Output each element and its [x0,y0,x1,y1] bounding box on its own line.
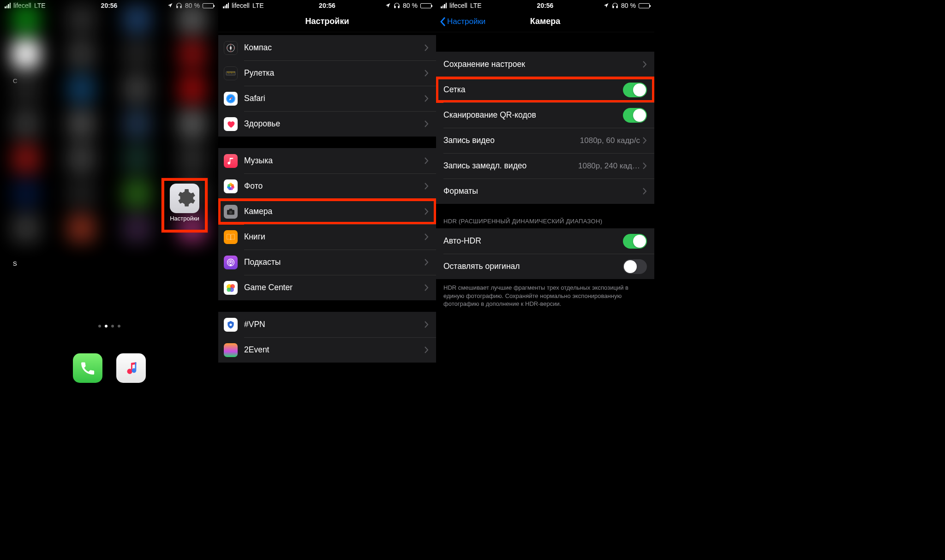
carrier-label: lifecell [449,2,467,9]
chevron-right-icon [425,95,429,102]
svg-marker-5 [230,46,232,50]
chevron-left-icon [440,17,446,27]
row-label: Запись видео [443,136,580,145]
row-record-slomo[interactable]: Запись замедл. видео 1080p, 240 кад… [436,153,654,179]
settings-list[interactable]: Компас Рулетка Safari Здоровье [218,35,436,363]
signal-icon [223,3,229,8]
row-ruler[interactable]: Рулетка [218,60,436,86]
signal-icon [441,3,447,8]
music-app-icon[interactable] [116,353,146,383]
network-label: LTE [252,2,264,9]
row-compass[interactable]: Компас [218,35,436,60]
row-preserve-settings[interactable]: Сохранение настроек [436,52,654,77]
row-label: Здоровье [244,119,425,129]
battery-icon [420,3,431,8]
row-grid-highlighted[interactable]: Сетка [436,77,654,102]
row-label: Музыка [244,156,425,166]
row-2event[interactable]: 2Event [218,337,436,363]
battery-pct: 80 % [621,2,636,9]
toggle-auto-hdr[interactable] [623,234,647,249]
compass-icon [224,41,238,55]
row-auto-hdr[interactable]: Авто-HDR [436,228,654,254]
vpn-icon [224,318,238,332]
row-label: Подкасты [244,257,425,267]
row-books[interactable]: Книги [218,224,436,250]
music-icon [224,154,238,168]
chevron-right-icon [643,137,647,144]
row-record-video[interactable]: Запись видео 1080p, 60 кадр/с [436,128,654,153]
chevron-right-icon [425,259,429,266]
panel-home-screen: lifecell LTE 20:56 80 % C S [0,0,218,387]
row-label: Фото [244,181,425,191]
back-label: Настройки [447,17,485,26]
svg-rect-30 [616,6,617,8]
row-label: Сохранение настроек [443,60,643,69]
svg-rect-2 [395,6,395,8]
chevron-right-icon [425,346,429,353]
row-label: Оставлять оригинал [443,262,623,271]
toggle-keep-normal[interactable] [623,259,647,274]
chevron-right-icon [425,321,429,328]
safari-icon [224,92,238,106]
back-button[interactable]: Настройки [440,17,485,27]
chevron-right-icon [425,208,429,215]
toggle-qr[interactable] [623,108,647,123]
row-qr-scan[interactable]: Сканирование QR-кодов [436,102,654,128]
chevron-right-icon [643,61,647,68]
nav-title: Камера [530,17,561,26]
toggle-grid[interactable] [623,83,647,97]
row-value: 1080p, 240 кад… [578,161,640,171]
row-label: Книги [244,232,425,242]
chevron-right-icon [425,284,429,291]
location-icon [385,3,391,8]
battery-pct: 80 % [403,2,418,9]
row-gamecenter[interactable]: Game Center [218,275,436,300]
health-icon [224,117,238,131]
hdr-footer-text: HDR смешивает лучшие фрагменты трех отде… [436,279,654,313]
svg-rect-3 [398,6,399,8]
row-label: Рулетка [244,68,425,78]
nav-title: Настройки [305,17,349,26]
row-label: Авто-HDR [443,236,623,246]
settings-app-highlighted[interactable]: Настройки [161,178,208,232]
row-vpn[interactable]: #VPN [218,312,436,337]
chevron-right-icon [425,44,429,51]
row-podcasts[interactable]: Подкасты [218,250,436,275]
page-indicator[interactable] [0,325,218,328]
row-label: Камера [244,207,425,216]
network-label: LTE [470,2,482,9]
row-label: Форматы [443,186,643,196]
row-label: Game Center [244,283,425,292]
chevron-right-icon [425,70,429,77]
svg-point-27 [227,287,231,292]
settings-app-icon [170,184,199,213]
panel-settings-list: lifecell LTE 20:56 80 % Настройки Компас [218,0,436,387]
row-formats[interactable]: Форматы [436,179,654,204]
gamecenter-icon [224,281,238,295]
2event-icon [224,343,238,357]
chevron-right-icon [425,233,429,240]
svg-rect-29 [613,6,614,8]
row-value: 1080p, 60 кадр/с [580,136,640,145]
row-camera-highlighted[interactable]: Камера [218,199,436,224]
svg-point-19 [229,211,232,214]
row-safari[interactable]: Safari [218,86,436,111]
carrier-label: lifecell [232,2,250,9]
section-header-hdr: HDR (РАСШИРЕННЫЙ ДИНАМИЧЕСКИЙ ДИАПАЗОН) [436,204,654,228]
row-label: Запись замедл. видео [443,161,578,171]
svg-point-28 [230,323,232,326]
headphones-icon [394,2,400,9]
row-label: 2Event [244,345,425,355]
row-keep-normal[interactable]: Оставлять оригинал [436,254,654,279]
ruler-icon [224,66,238,80]
row-health[interactable]: Здоровье [218,111,436,137]
settings-app-label: Настройки [164,215,205,222]
row-photos[interactable]: Фото [218,173,436,199]
books-icon [224,230,238,244]
row-music[interactable]: Музыка [218,148,436,173]
svg-point-23 [230,261,231,262]
nav-bar: Настройки Камера [436,11,654,32]
svg-point-17 [227,184,230,186]
phone-app-icon[interactable] [73,353,102,383]
chevron-right-icon [425,183,429,190]
